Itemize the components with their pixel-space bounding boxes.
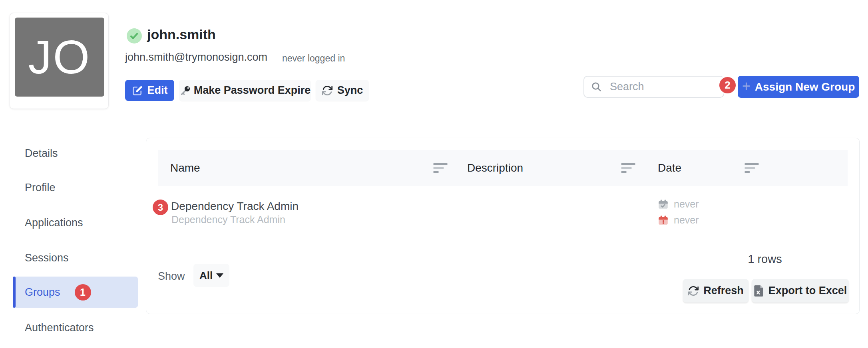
sidebar-item-label: Profile xyxy=(25,182,56,194)
active-indicator-bar xyxy=(13,277,16,308)
show-label: Show xyxy=(158,270,185,283)
sidebar-item-label: Groups xyxy=(25,286,60,299)
annotation-badge-2: 2 xyxy=(718,76,737,95)
date-created-value: never xyxy=(674,198,699,210)
search-icon xyxy=(591,81,603,93)
table-header-row: Name Description Date xyxy=(158,150,848,186)
date-expires-value: never xyxy=(674,214,699,226)
sidebar-item-groups[interactable]: Groups 1 xyxy=(13,277,138,308)
annotation-badge-3: 3 xyxy=(153,200,168,215)
sort-icon-date[interactable] xyxy=(745,163,759,173)
column-header-description: Description xyxy=(467,150,523,186)
assign-new-group-button[interactable]: + Assign New Group xyxy=(738,76,859,98)
export-button-label: Export to Excel xyxy=(768,285,847,297)
search-input[interactable] xyxy=(583,76,724,98)
refresh-icon xyxy=(688,285,699,297)
sidebar-item-label: Applications xyxy=(25,217,83,229)
sort-icon-description[interactable] xyxy=(621,163,635,173)
assign-new-group-label: Assign New Group xyxy=(755,81,855,93)
row-count: 1 rows xyxy=(733,253,797,266)
export-to-excel-button[interactable]: Export to Excel xyxy=(752,279,849,303)
group-row-name[interactable]: Dependency Track Admin xyxy=(171,200,299,213)
user-email: john.smith@trymonosign.com xyxy=(125,51,267,63)
sync-icon xyxy=(322,85,333,96)
page-title-username: john.smith xyxy=(147,27,216,42)
column-header-name: Name xyxy=(170,150,200,186)
page-size-dropdown[interactable]: All xyxy=(193,264,229,287)
avatar: JO xyxy=(15,18,104,97)
group-row-date-expires: never xyxy=(658,214,699,226)
excel-file-icon xyxy=(754,285,764,297)
sort-icon-name[interactable] xyxy=(433,163,448,173)
edit-button-label: Edit xyxy=(147,84,168,97)
sidebar-item-authenticators[interactable]: Authenticators xyxy=(13,312,138,343)
edit-pencil-icon xyxy=(132,85,143,96)
annotation-badge-3-number: 3 xyxy=(158,202,163,213)
refresh-button[interactable]: Refresh xyxy=(683,279,749,303)
key-icon xyxy=(179,85,191,97)
status-check-icon xyxy=(127,28,142,44)
make-password-expire-button[interactable]: Make Password Expire xyxy=(179,80,311,101)
annotation-badge-1: 1 xyxy=(75,284,91,301)
calendar-check-icon xyxy=(658,199,669,210)
column-header-date: Date xyxy=(658,150,681,186)
sidebar-item-label: Sessions xyxy=(25,252,69,264)
sidebar-item-details[interactable]: Details xyxy=(13,138,138,169)
avatar-card: JO xyxy=(10,13,109,109)
sidebar-item-sessions[interactable]: Sessions xyxy=(13,242,138,273)
user-detail-page: JO john.smith john.smith@trymonosign.com… xyxy=(0,0,868,348)
calendar-alert-icon xyxy=(658,215,669,225)
login-status: never logged in xyxy=(282,53,345,64)
sync-button-label: Sync xyxy=(337,84,363,97)
group-row-description: Dependency Track Admin xyxy=(171,214,285,225)
chevron-down-icon xyxy=(216,273,223,278)
refresh-button-label: Refresh xyxy=(703,285,744,297)
edit-button[interactable]: Edit xyxy=(125,80,174,101)
sidebar-item-profile[interactable]: Profile xyxy=(13,172,138,203)
group-row-date-created: never xyxy=(658,198,699,210)
search-box xyxy=(583,76,724,98)
sync-button[interactable]: Sync xyxy=(316,80,369,101)
sidebar-item-applications[interactable]: Applications xyxy=(13,207,138,238)
annotation-badge-2-number: 2 xyxy=(725,79,730,91)
sidebar-item-label: Details xyxy=(25,147,58,160)
groups-panel: Name Description Date 3 Dependency Track… xyxy=(146,138,860,314)
page-size-value: All xyxy=(199,269,213,282)
avatar-initials: JO xyxy=(28,30,91,84)
annotation-badge-1-number: 1 xyxy=(80,287,86,298)
sidebar-item-label: Authenticators xyxy=(25,322,94,334)
make-password-expire-label: Make Password Expire xyxy=(194,84,311,97)
